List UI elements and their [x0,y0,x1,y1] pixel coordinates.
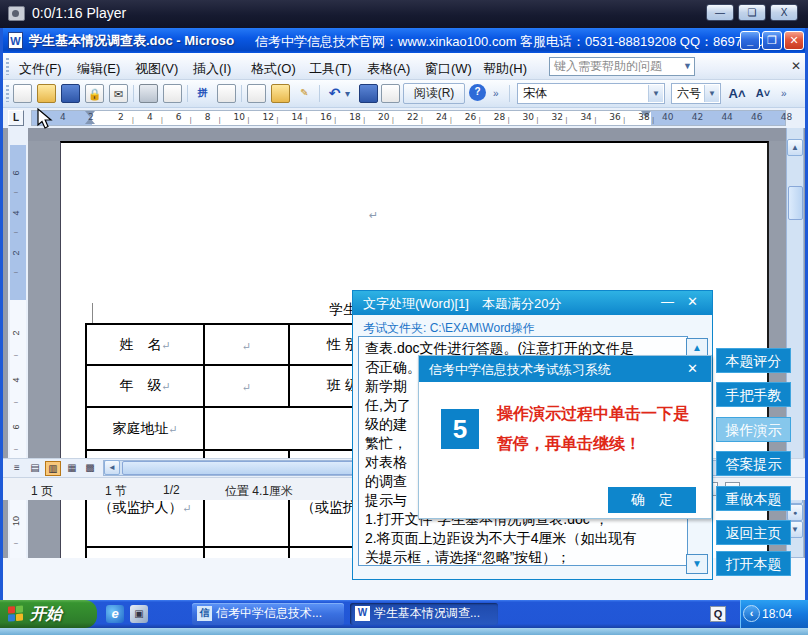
font-name-combo[interactable]: 宋体 ▼ [517,83,665,104]
ruler-number: – [14,268,18,275]
open-question-button[interactable]: 打开本题 [716,551,791,576]
hand-by-hand-teach-button[interactable]: 手把手教 [716,382,791,407]
cell-name-value[interactable]: ↵ [204,324,289,365]
question-line: 关提示框，请选择“忽略”按钮）； [365,548,681,566]
confirm-button[interactable]: 确 定 [608,487,696,513]
question-scroll-down-icon[interactable]: ▼ [686,554,708,574]
toolbar-grip [6,85,9,102]
exam-dialog-title: 文字处理(Word)[1] 本题满分20分 [363,295,561,313]
save-icon[interactable] [61,84,80,103]
ruler-number: 48 [781,112,792,122]
open-icon[interactable] [37,84,56,103]
cell-grade-label[interactable]: 年 级↵ [86,365,204,407]
cell-name-label[interactable]: 姓 名↵ [86,324,204,365]
player-minimize-button[interactable]: — [706,4,734,21]
word-minimize-button[interactable]: _ [740,31,760,50]
shrink-font-icon[interactable]: A˅ [753,84,773,104]
help-dropdown-arrow[interactable]: ▼ [681,58,694,75]
system-tray: ‹ 18:04 [740,600,808,628]
exam-dialog-titlebar[interactable]: 文字处理(Word)[1] 本题满分20分 — ✕ [353,291,712,315]
ruler-number: 12 [263,112,274,122]
menu-edit[interactable]: 编辑(E) [71,58,126,80]
print-icon[interactable] [139,84,158,103]
ruler-number: 20 [378,112,389,122]
insert-table-icon[interactable] [381,84,400,103]
popup-titlebar[interactable]: 信考中学信息技术考试练习系统 ✕ [419,356,711,382]
ruler-number: | [652,116,654,123]
new-document-icon[interactable] [13,84,32,103]
popup-close-icon[interactable]: ✕ [687,361,698,376]
hide-icons-chevron[interactable]: ‹ [743,605,760,622]
undo-icon[interactable]: ↶ [325,84,344,103]
menu-view[interactable]: 视图(V) [129,58,184,80]
ruler-number: 2 [11,247,21,259]
undo-dropdown-arrow[interactable]: ▾ [345,84,357,104]
menubar-close-icon[interactable]: ✕ [791,59,801,73]
player-maximize-button[interactable]: ❏ [738,4,766,21]
score-question-button[interactable]: 本题评分 [716,348,791,373]
cell-mother-name-label[interactable]: 母亲姓名↵ [86,547,204,558]
scroll-up-icon[interactable]: ▲ [787,139,803,156]
app-quicklaunch-icon[interactable]: ▣ [130,605,148,623]
permission-icon[interactable]: 🔒 [85,84,104,103]
operation-demo-button[interactable]: 操作演示 [716,417,791,442]
grow-font-icon[interactable]: A˄ [727,84,747,104]
scroll-left-icon[interactable]: ◄ [104,460,120,475]
menu-window[interactable]: 窗口(W) [419,58,478,80]
ruler-number: | [566,116,568,123]
vertical-scroll-thumb[interactable] [788,186,803,220]
web-layout-icon[interactable]: ▤ [27,461,43,476]
font-size-dropdown-arrow[interactable]: ▼ [704,85,719,102]
menu-table[interactable]: 表格(A) [361,58,416,80]
print-layout-icon[interactable]: ▥ [45,461,61,476]
format-painter-icon[interactable]: ✎ [295,84,314,103]
answer-hint-button[interactable]: 答案提示 [716,451,791,476]
taskbar-item-exam-system[interactable]: 信 信考中学信息技术... [192,603,344,625]
spelling-icon[interactable]: 拼 [193,84,212,103]
ruler-number: | [219,116,221,123]
cell-address-label[interactable]: 家庭地址↵ [86,407,204,450]
ruler-number: – [14,445,18,452]
normal-view-icon[interactable]: ≡ [9,461,25,476]
start-button[interactable]: 开始 [0,600,97,628]
toolbar-overflow-chevron[interactable]: » [493,84,505,104]
menu-file[interactable]: 文件(F) [13,58,68,80]
hyperlink-icon[interactable] [359,84,378,103]
font-name-dropdown-arrow[interactable]: ▼ [648,85,663,102]
help-question-input[interactable]: 键入需要帮助的问题 [549,57,695,76]
exam-close-icon[interactable]: ✕ [687,294,698,309]
format-overflow-chevron[interactable]: » [781,84,793,104]
font-size-combo[interactable]: 六号 ▼ [671,83,721,104]
help-icon[interactable]: ? [469,84,486,101]
reading-view-icon[interactable]: ▩ [82,461,98,476]
ruler-number: 28 [494,112,505,122]
reading-mode-button[interactable]: 阅读(R) [403,83,465,104]
copy-icon[interactable] [247,84,266,103]
word-restore-button[interactable]: ❐ [762,31,782,50]
tab-selector-box[interactable]: L [8,110,24,126]
ruler-number: | [479,116,481,123]
horizontal-ruler[interactable]: 422|4|6|8|10|12|14|16|18|20|22|24|26|28|… [31,110,786,126]
outline-view-icon[interactable]: ▦ [64,461,80,476]
windows-logo-icon [8,605,24,622]
mail-icon[interactable]: ✉ [109,84,128,103]
cell-mother-name-value[interactable]: ↵ [204,547,289,558]
menu-help[interactable]: 帮助(H) [477,58,533,80]
redo-question-button[interactable]: 重做本题 [716,486,791,511]
ruler-number: 2 [11,327,21,339]
word-close-button[interactable]: ✕ [784,31,804,50]
print-preview-icon[interactable] [163,84,182,103]
paste-icon[interactable] [271,84,290,103]
player-close-button[interactable]: X [770,4,798,21]
ruler-number: 26 [465,112,476,122]
menu-insert[interactable]: 插入(I) [187,58,237,80]
menu-format[interactable]: 格式(O) [245,58,302,80]
menu-tools[interactable]: 工具(T) [303,58,358,80]
exam-minimize-icon[interactable]: — [661,294,674,309]
tray-q-icon[interactable]: Q [710,606,726,622]
research-icon[interactable] [217,84,236,103]
return-home-button[interactable]: 返回主页 [716,520,791,545]
cell-grade-value[interactable]: ↵ [204,365,289,407]
taskbar-item-word-doc[interactable]: W 学生基本情况调查... [350,603,498,625]
ie-quicklaunch-icon[interactable]: e [106,605,124,623]
